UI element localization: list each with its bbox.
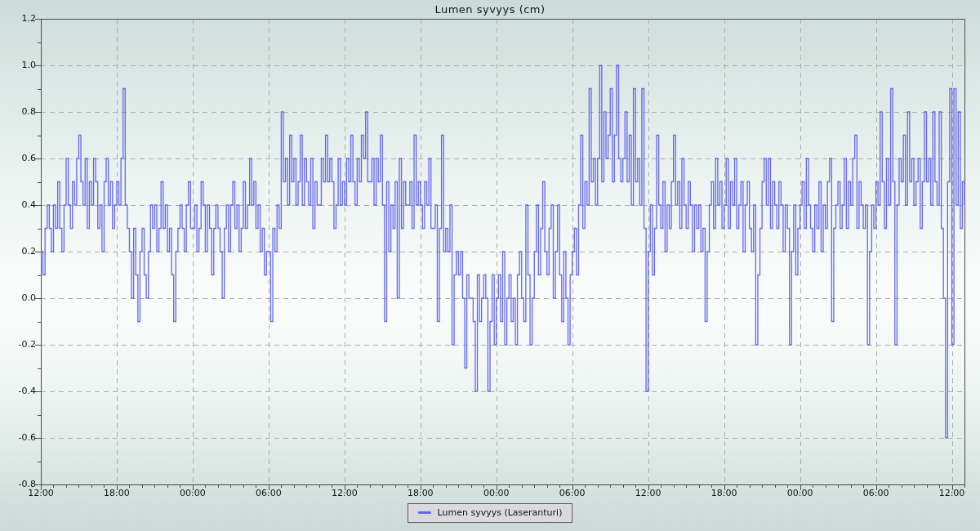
y-tick-label: -0.6 — [0, 432, 36, 444]
y-tick-label: -0.2 — [0, 339, 36, 350]
x-tick-label: 18:00 — [403, 488, 439, 499]
chart-title: Lumen syvyys (cm) — [0, 3, 980, 16]
x-tick-label: 06:00 — [251, 488, 287, 499]
x-tick-label: 12:00 — [630, 488, 666, 499]
y-tick-label: 0.0 — [0, 292, 36, 304]
x-tick-label: 12:00 — [23, 488, 59, 499]
chart-plot-canvas — [0, 0, 980, 531]
x-tick-label: 18:00 — [99, 488, 135, 499]
x-tick-label: 18:00 — [706, 488, 742, 499]
x-tick-label: 06:00 — [858, 488, 894, 499]
x-tick-label: 00:00 — [175, 488, 211, 499]
y-tick-label: -0.4 — [0, 386, 36, 397]
legend-row: Lumen syvyys (Laseranturi) — [0, 503, 980, 523]
x-tick-label: 00:00 — [479, 488, 514, 499]
x-tick-label: 00:00 — [782, 488, 818, 499]
y-tick-label: 0.6 — [0, 153, 36, 164]
legend-label: Lumen syvyys (Laseranturi) — [438, 507, 563, 518]
x-tick-label: 12:00 — [327, 488, 363, 499]
y-tick-label: 0.4 — [0, 199, 36, 211]
y-tick-label: 0.8 — [0, 106, 36, 118]
legend-line-marker — [418, 511, 431, 514]
y-tick-label: 0.2 — [0, 246, 36, 257]
y-tick-label: 1.0 — [0, 60, 36, 71]
x-tick-label: 06:00 — [555, 488, 590, 499]
y-tick-label: 1.2 — [0, 13, 36, 25]
snow-depth-chart: Lumen syvyys (cm) 1.21.00.80.60.40.20.0-… — [0, 0, 980, 531]
x-tick-label: 12:00 — [934, 488, 970, 499]
legend-box: Lumen syvyys (Laseranturi) — [408, 503, 573, 523]
